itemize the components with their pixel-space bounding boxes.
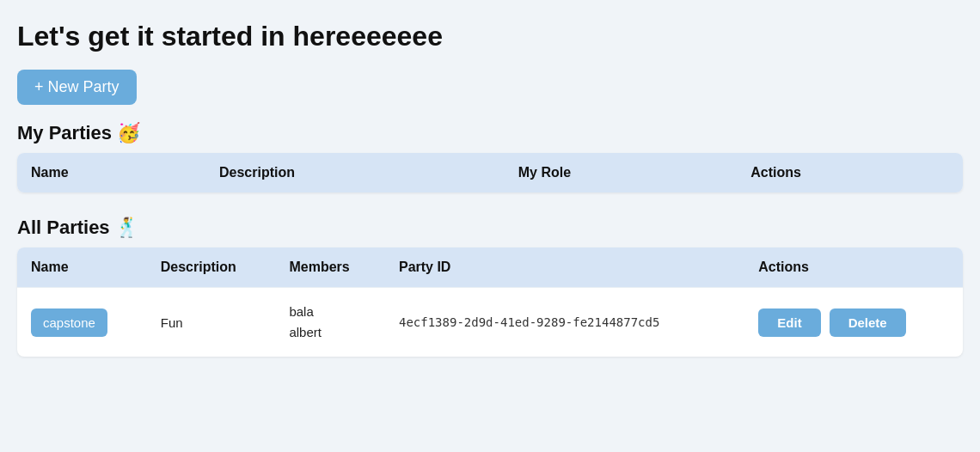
party-id-cell: 4ecf1389-2d9d-41ed-9289-fe2144877cd5 bbox=[385, 288, 744, 357]
edit-party-button[interactable]: Edit bbox=[758, 308, 820, 337]
all-parties-body: capstoneFunbalaalbert4ecf1389-2d9d-41ed-… bbox=[17, 288, 963, 357]
all-parties-heading: All Parties 🕺 bbox=[17, 217, 963, 239]
my-parties-col-role: My Role bbox=[505, 153, 737, 192]
party-description-cell: Fun bbox=[147, 288, 276, 357]
all-parties-col-party-id: Party ID bbox=[385, 247, 744, 288]
new-party-button[interactable]: + New Party bbox=[17, 70, 137, 105]
my-parties-col-description: Description bbox=[205, 153, 505, 192]
party-name-cell: capstone bbox=[17, 288, 147, 357]
party-name-badge: capstone bbox=[31, 308, 107, 337]
party-members-cell: balaalbert bbox=[275, 288, 385, 357]
all-parties-col-description: Description bbox=[147, 247, 276, 288]
my-parties-heading: My Parties 🥳 bbox=[17, 122, 963, 144]
all-parties-header-row: Name Description Members Party ID Action… bbox=[17, 247, 963, 288]
all-parties-table: Name Description Members Party ID Action… bbox=[17, 247, 963, 357]
my-parties-col-name: Name bbox=[17, 153, 205, 192]
party-actions-cell: EditDelete bbox=[744, 288, 963, 357]
my-parties-emoji: 🥳 bbox=[117, 122, 140, 144]
all-parties-col-members: Members bbox=[275, 247, 385, 288]
my-parties-table: Name Description My Role Actions bbox=[17, 153, 963, 192]
my-parties-header-row: Name Description My Role Actions bbox=[17, 153, 963, 192]
page-title: Let's get it started in hereeeeeee bbox=[17, 21, 963, 52]
all-parties-col-name: Name bbox=[17, 247, 147, 288]
table-row: capstoneFunbalaalbert4ecf1389-2d9d-41ed-… bbox=[17, 288, 963, 357]
all-parties-emoji: 🕺 bbox=[115, 217, 138, 238]
delete-party-button[interactable]: Delete bbox=[830, 308, 906, 337]
all-parties-col-actions: Actions bbox=[744, 247, 963, 288]
my-parties-col-actions: Actions bbox=[737, 153, 963, 192]
